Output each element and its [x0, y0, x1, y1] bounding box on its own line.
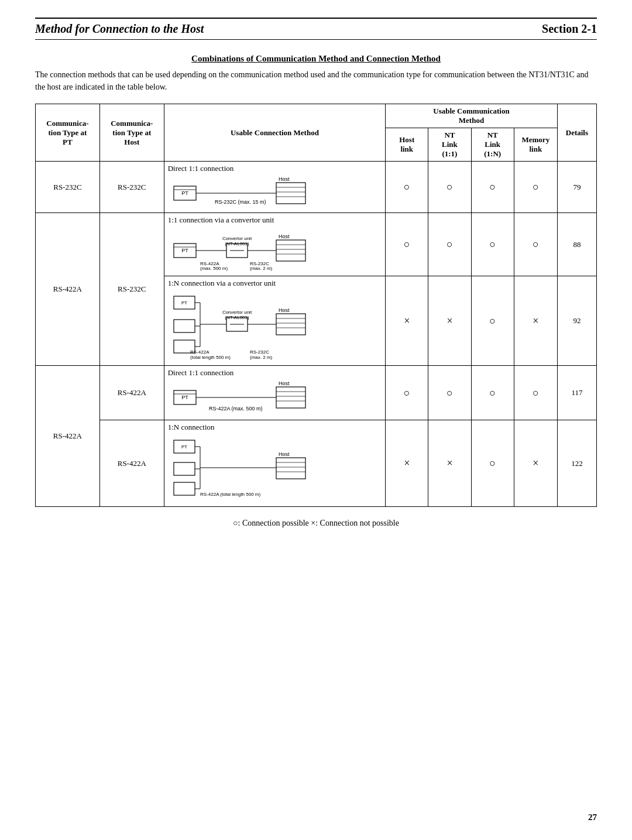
- diagram-422a-1n: PT Host: [168, 434, 332, 502]
- svg-text:Host: Host: [279, 176, 290, 182]
- svg-text:Convertor unit: Convertor unit: [222, 236, 252, 241]
- page-header: Method for Connection to the Host Sectio…: [35, 18, 597, 40]
- svg-rect-30: [174, 320, 195, 332]
- svg-rect-19: [276, 240, 305, 261]
- diagram-convertor-11: PT Convertor unit (NT-AL001): [168, 227, 332, 271]
- svg-text:(max. 500 m): (max. 500 m): [200, 266, 228, 271]
- svg-text:(max. 2 m): (max. 2 m): [250, 355, 273, 360]
- table-row: RS-232C RS-232C Direct 1:1 connection PT: [36, 162, 597, 213]
- cell-nt-1n-5: ○: [471, 420, 514, 507]
- svg-text:PT: PT: [181, 300, 187, 306]
- cell-method-convertor-11: 1:1 connection via a convertor unit PT C…: [164, 213, 385, 276]
- cell-comm-pt-rs232c: RS-232C: [36, 162, 100, 213]
- cell-details-5: 122: [557, 420, 596, 507]
- svg-rect-55: [276, 387, 305, 408]
- cell-details-4: 117: [557, 366, 596, 420]
- cell-nt-11-3: ×: [428, 276, 471, 366]
- cell-method-422a-1n: 1:N connection PT: [164, 420, 385, 507]
- cell-method-direct-11-232c: Direct 1:1 connection PT: [164, 162, 385, 213]
- cell-host-link-5: ×: [386, 420, 428, 507]
- cell-method-convertor-1n: 1:N connection via a convertor unit PT: [164, 276, 385, 366]
- col-header-usable-method: Usable Connection Method: [164, 104, 385, 162]
- page: Method for Connection to the Host Sectio…: [0, 0, 632, 840]
- footer-note: ○: Connection possible ×: Connection not…: [35, 519, 597, 528]
- svg-text:PT: PT: [181, 444, 187, 450]
- cell-nt-1n-3: ○: [471, 276, 514, 366]
- svg-text:RS-232C (max. 15 m): RS-232C (max. 15 m): [215, 199, 266, 205]
- cell-comm-pt-rs422a: RS-422A: [36, 213, 100, 366]
- svg-rect-70: [276, 458, 305, 479]
- svg-text:Host: Host: [279, 307, 290, 313]
- table-header-row-1: Communica-tion Type atPT Communica-tion …: [36, 104, 597, 128]
- cell-nt-11-1: ○: [428, 162, 471, 213]
- cell-nt-11-2: ○: [428, 213, 471, 276]
- cell-comm-host-rs232c-1: RS-232C: [99, 162, 164, 213]
- cell-comm-pt-rs422a-2: RS-422A: [36, 366, 100, 507]
- col-header-usable-comm: Usable CommunicationMethod: [386, 104, 558, 128]
- svg-text:RS-422A (max. 500 m): RS-422A (max. 500 m): [209, 406, 263, 412]
- cell-host-link-4: ○: [386, 366, 428, 420]
- diagram-direct-232c: PT Host RS-232C (max. 15 m): [168, 176, 332, 208]
- cell-memory-1: ○: [514, 162, 557, 213]
- cell-host-link-1: ○: [386, 162, 428, 213]
- cell-nt-1n-2: ○: [471, 213, 514, 276]
- cell-nt-11-4: ○: [428, 366, 471, 420]
- connection-table: Communica-tion Type atPT Communica-tion …: [35, 104, 597, 507]
- col-header-nt-link-1n: NTLink(1:N): [471, 128, 514, 162]
- cell-details-3: 92: [557, 276, 596, 366]
- col-header-nt-link-11: NTLink(1:1): [428, 128, 471, 162]
- svg-text:Convertor unit: Convertor unit: [222, 310, 252, 315]
- intro-heading: Combinations of Communication Method and…: [35, 54, 597, 64]
- intro-section: Combinations of Communication Method and…: [35, 54, 597, 93]
- cell-details-2: 88: [557, 213, 596, 276]
- col-header-comm-pt: Communica-tion Type atPT: [36, 104, 100, 162]
- col-header-details: Details: [557, 104, 596, 162]
- svg-text:PT: PT: [181, 248, 188, 253]
- svg-text:(NT-AL001): (NT-AL001): [225, 315, 249, 320]
- header-section: Section 2-1: [542, 22, 597, 36]
- table-row: RS-422A RS-422A Direct 1:1 connection PT: [36, 366, 597, 420]
- page-number: 27: [588, 812, 597, 822]
- col-header-memory: Memorylink: [514, 128, 557, 162]
- cell-memory-3: ×: [514, 276, 557, 366]
- col-header-comm-host: Communica-tion Type atHost: [99, 104, 164, 162]
- svg-text:(total length 500 m): (total length 500 m): [190, 355, 231, 360]
- svg-text:PT: PT: [181, 395, 188, 400]
- cell-nt-1n-1: ○: [471, 162, 514, 213]
- svg-text:(NT-AL001): (NT-AL001): [225, 241, 249, 246]
- cell-memory-4: ○: [514, 366, 557, 420]
- intro-text: The connection methods that can be used …: [35, 68, 597, 93]
- svg-text:Host: Host: [279, 451, 290, 457]
- cell-comm-host-rs232c-2: RS-232C: [99, 213, 164, 366]
- svg-rect-4: [276, 183, 305, 204]
- cell-details-1: 79: [557, 162, 596, 213]
- svg-text:PT: PT: [181, 190, 188, 196]
- svg-rect-63: [174, 462, 195, 475]
- cell-method-direct-422a-11: Direct 1:1 connection PT Host: [164, 366, 385, 420]
- svg-text:RS-422A: RS-422A: [190, 349, 209, 355]
- svg-text:RS-422A (total length 500 m): RS-422A (total length 500 m): [200, 492, 261, 497]
- svg-text:Host: Host: [279, 380, 290, 386]
- cell-comm-host-rs422a-2: RS-422A: [99, 420, 164, 507]
- cell-host-link-3: ×: [386, 276, 428, 366]
- cell-host-link-2: ○: [386, 213, 428, 276]
- svg-rect-42: [276, 314, 305, 335]
- svg-rect-64: [174, 482, 195, 495]
- cell-nt-11-5: ×: [428, 420, 471, 507]
- col-header-host-link: Hostlink: [386, 128, 428, 162]
- table-row: RS-422A 1:N connection PT: [36, 420, 597, 507]
- cell-memory-5: ×: [514, 420, 557, 507]
- svg-text:RS-232C: RS-232C: [250, 349, 269, 355]
- table-row: RS-422A RS-232C 1:1 connection via a con…: [36, 213, 597, 276]
- cell-comm-host-rs422a-1: RS-422A: [99, 366, 164, 420]
- diagram-direct-422a-11: PT Host RS-422A (max. 500 m): [168, 380, 332, 415]
- diagram-convertor-1n: PT Convertor unit (NT-AL001): [168, 290, 332, 361]
- cell-nt-1n-4: ○: [471, 366, 514, 420]
- header-title: Method for Connection to the Host: [35, 22, 204, 36]
- svg-text:Host: Host: [279, 234, 290, 239]
- svg-text:(max. 2 m): (max. 2 m): [250, 266, 273, 271]
- cell-memory-2: ○: [514, 213, 557, 276]
